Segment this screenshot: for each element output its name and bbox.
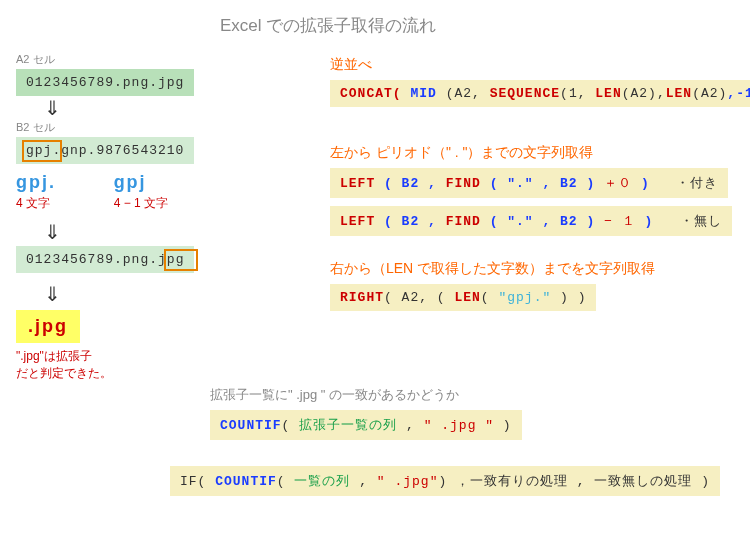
arrow-1: ⇓ <box>44 96 61 120</box>
arrow-2: ⇓ <box>44 220 61 244</box>
caption-4minus1: 4 − 1 文字 <box>114 196 168 210</box>
note-line1: ".jpg"は拡張子 <box>16 348 112 365</box>
val3-prefix: 0123456789.png. <box>26 252 158 267</box>
sample-with-dot: gpj. <box>16 172 56 192</box>
arrow-3: ⇓ <box>44 282 61 306</box>
label-a2: A2 セル <box>16 52 194 67</box>
formula-countif: COUNTIF( 拡張子一覧の列 , " .jpg " ) <box>210 410 522 440</box>
cell-result-inline: 0123456789.png.jpg <box>16 246 194 273</box>
formula-if: IF( COUNTIF( 一覧の列 , " .jpg") ，一致有りの処理 , … <box>170 466 720 496</box>
page-title: Excel での拡張子取得の流れ <box>220 14 436 37</box>
caption-4chars: 4 文字 <box>16 196 50 210</box>
note-line2: だと判定できた。 <box>16 365 112 382</box>
formula-concat: CONCAT( MID (A2, SEQUENCE(1, LEN(A2),LEN… <box>330 80 750 107</box>
cell-a2-value: 0123456789.png.jpg <box>16 69 194 96</box>
sample-without-dot: gpj <box>114 172 147 192</box>
section-countif: 拡張子一覧に" .jpg " の一致があるかどうか <box>210 386 732 404</box>
cell-b2-value: gpj.gnp.9876543210 <box>16 137 194 164</box>
section-left: 左から ピリオド（" . "）までの文字列取得 <box>330 144 732 162</box>
formula-left-minus: LEFT ( B2 , FIND ( "." , B2 ) − １ ) ・無し <box>330 206 732 236</box>
formula-right: RIGHT( A2, ( LEN( "gpj." ) ) <box>330 284 596 311</box>
section-reverse: 逆並べ <box>330 56 732 74</box>
final-result: .jpg <box>16 310 80 343</box>
label-b2: B2 セル <box>16 120 194 135</box>
formula-left-plus: LEFT ( B2 , FIND ( "." , B2 ) ＋０ ) ・付き <box>330 168 728 198</box>
highlight-gpj <box>22 140 62 162</box>
highlight-jpg <box>164 249 198 271</box>
section-right: 右から（LEN で取得した文字数）までを文字列取得 <box>330 260 732 278</box>
